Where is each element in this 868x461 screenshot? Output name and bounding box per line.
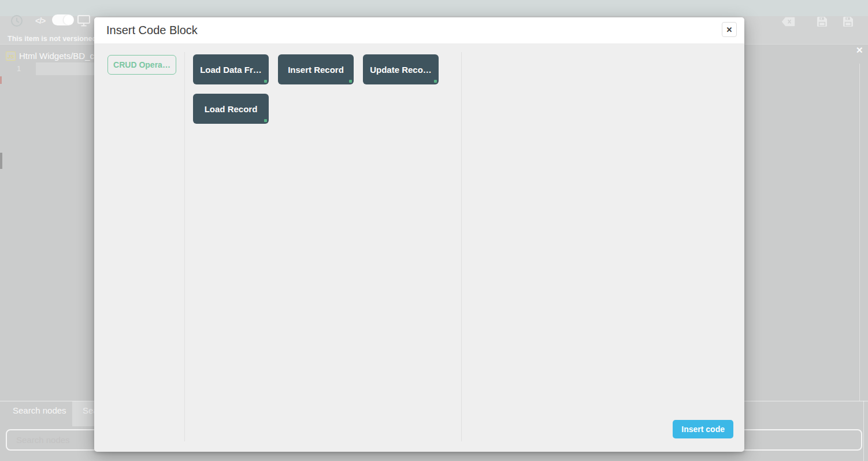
block-load-record[interactable]: Load Record (193, 94, 269, 124)
block-label: Load Data Fr… (200, 65, 262, 75)
dialog-title: Insert Code Block (106, 17, 198, 43)
block-insert-record[interactable]: Insert Record (278, 54, 354, 84)
dialog-close-button[interactable]: ✕ (722, 22, 737, 37)
code-blocks-grid: Load Data Fr… Insert Record Update Reco…… (193, 54, 443, 124)
dialog-header: Insert Code Block ✕ (94, 17, 744, 43)
block-status-dot-icon (264, 80, 267, 83)
block-status-dot-icon (349, 80, 352, 83)
block-label: Load Record (205, 104, 258, 114)
category-crud-operations[interactable]: CRUD Opera… (107, 55, 176, 75)
block-label: Update Reco… (370, 65, 432, 75)
blocks-divider (461, 52, 462, 441)
block-status-dot-icon (434, 80, 437, 83)
insert-code-button[interactable]: Insert code (673, 420, 733, 438)
block-update-record[interactable]: Update Reco… (363, 54, 439, 84)
block-label: Insert Record (288, 65, 344, 75)
insert-code-block-dialog: Insert Code Block ✕ CRUD Opera… Load Dat… (94, 17, 744, 452)
block-status-dot-icon (264, 119, 267, 122)
category-divider (184, 52, 185, 441)
block-load-data-from[interactable]: Load Data Fr… (193, 54, 269, 84)
